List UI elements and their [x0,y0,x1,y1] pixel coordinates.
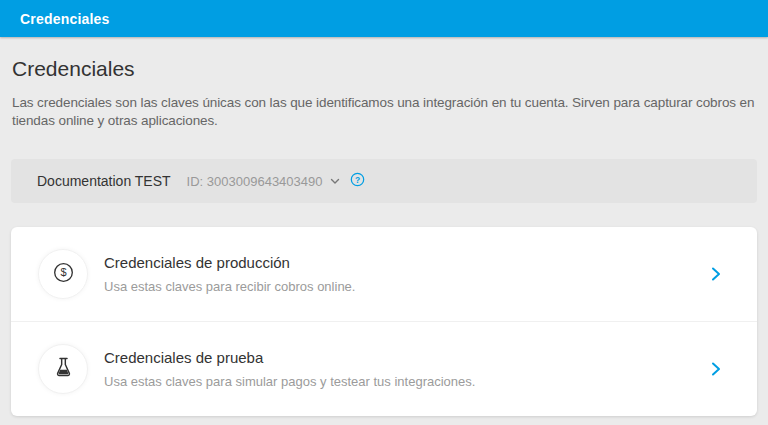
chevron-down-icon [329,175,341,187]
production-credentials-text: Credenciales de producción Usa estas cla… [104,254,709,294]
top-navigation-bar: Credenciales [0,0,768,37]
application-selector-bar: Documentation TEST ID: 3003009643403490 … [11,159,757,203]
help-button[interactable]: ? [350,172,365,190]
production-credentials-title: Credenciales de producción [104,254,709,271]
test-icon-badge [38,344,88,394]
production-credentials-description: Usa estas claves para recibir cobros onl… [104,279,709,294]
main-content: Credenciales Las credenciales son las cl… [0,57,768,416]
chevron-right-icon [709,361,723,377]
credentials-card: $ Credenciales de producción Usa estas c… [11,227,757,416]
svg-text:$: $ [60,266,66,278]
test-credentials-text: Credenciales de prueba Usa estas claves … [104,349,709,389]
test-credentials-title: Credenciales de prueba [104,349,709,366]
test-credentials-description: Usa estas claves para simular pagos y te… [104,374,709,389]
application-dropdown[interactable]: Documentation TEST ID: 3003009643403490 [37,173,341,189]
page-title: Credenciales [12,57,757,81]
flask-icon [52,356,75,383]
page-description: Las credenciales son las claves únicas c… [12,94,757,130]
chevron-right-icon [709,266,723,282]
dollar-circle-icon: $ [52,261,75,288]
question-mark-icon: ? [350,172,365,190]
svg-text:?: ? [354,175,359,185]
topbar-title: Credenciales [20,11,110,27]
application-id: ID: 3003009643403490 [187,174,323,189]
production-icon-badge: $ [38,249,88,299]
test-credentials-row[interactable]: Credenciales de prueba Usa estas claves … [11,321,757,416]
application-name: Documentation TEST [37,173,171,189]
production-credentials-row[interactable]: $ Credenciales de producción Usa estas c… [11,227,757,321]
